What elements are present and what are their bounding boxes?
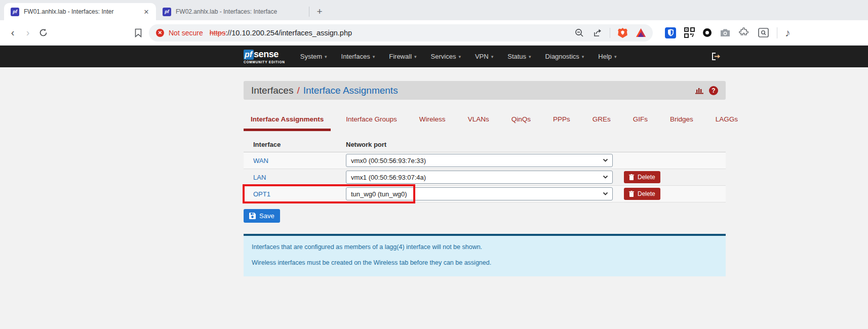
tab-gifs[interactable]: GIFs <box>626 111 655 131</box>
chart-icon[interactable] <box>695 87 704 94</box>
pfsense-logo-badge: pf <box>244 50 254 60</box>
pfsense-menu: System▾ Interfaces▾ Firewall▾ Services▾ … <box>293 53 624 60</box>
menu-help[interactable]: Help▾ <box>591 53 623 60</box>
interface-assignments-table: Interface Network port WAN vmx0 (00:50:5… <box>244 136 726 202</box>
page-body: Interfaces / Interface Assignments ? Int… <box>0 81 868 329</box>
url-rest: ://10.10.200.254/interfaces_assign.php <box>225 29 352 37</box>
tab-vlans[interactable]: VLANs <box>461 111 496 131</box>
pfsense-favicon: pf <box>11 8 19 16</box>
delete-opt1-button[interactable]: Delete <box>624 188 660 200</box>
browser-toolbar: ‹ › ✕ Not secure https://10.10.200.254/i… <box>0 20 868 46</box>
header-network-port: Network port <box>346 141 386 148</box>
forward-icon: › <box>20 25 35 40</box>
delete-lan-button[interactable]: Delete <box>624 171 660 183</box>
tab-bridges[interactable]: Bridges <box>663 111 700 131</box>
pfsense-navbar: pf sense COMMUNITY EDITION System▾ Inter… <box>0 46 868 67</box>
tab-interface-assignments[interactable]: Interface Assignments <box>244 111 331 131</box>
menu-firewall[interactable]: Firewall▾ <box>382 53 423 60</box>
url-text[interactable]: https://10.10.200.254/interfaces_assign.… <box>210 29 352 37</box>
header-interface: Interface <box>244 141 346 148</box>
info-line: Wireless interfaces must be created on t… <box>252 259 718 266</box>
interface-link-wan[interactable]: WAN <box>244 157 346 164</box>
trash-icon <box>629 191 634 197</box>
network-port-select-lan[interactable]: vmx1 (00:50:56:93:07:4a) <box>346 171 613 184</box>
pfsense-logo-subtext: COMMUNITY EDITION <box>244 60 285 64</box>
camera-extension-icon[interactable] <box>719 27 731 38</box>
caret-down-icon: ▾ <box>582 54 584 59</box>
caret-down-icon: ▾ <box>325 54 327 59</box>
tab-gres[interactable]: GREs <box>585 111 618 131</box>
tab-title: FW01.anhlx.lab - Interfaces: Inter <box>24 8 137 15</box>
menu-system[interactable]: System▾ <box>293 53 334 60</box>
url-protocol: https <box>210 29 225 37</box>
browser-tab-strip: pf FW01.anhlx.lab - Interfaces: Inter ✕ … <box>0 0 868 20</box>
caret-down-icon: ▾ <box>373 54 375 59</box>
menu-status[interactable]: Status▾ <box>500 53 538 60</box>
network-port-select-opt1[interactable]: tun_wg0 (tun_wg0) <box>346 187 613 200</box>
toolbar-divider <box>777 27 777 38</box>
table-row-wan: WAN vmx0 (00:50:56:93:7e:33) <box>244 152 726 169</box>
extension-area: ♪ <box>665 27 798 39</box>
tab-interface-groups[interactable]: Interface Groups <box>339 111 404 131</box>
close-icon[interactable]: ✕ <box>142 7 151 16</box>
table-header-row: Interface Network port <box>244 136 726 152</box>
info-line: Interfaces that are configured as member… <box>252 243 718 251</box>
menu-interfaces[interactable]: Interfaces▾ <box>334 53 382 60</box>
caret-down-icon: ▾ <box>529 54 531 59</box>
sidebar-search-icon[interactable] <box>758 27 769 38</box>
tab-title: FW02.anhlx.lab - Interfaces: Interface <box>176 8 303 15</box>
brave-shield-icon[interactable] <box>617 27 628 38</box>
breadcrumb-page[interactable]: Interface Assignments <box>303 85 398 96</box>
tab-divider <box>309 7 309 17</box>
menu-services[interactable]: Services▾ <box>424 53 468 60</box>
network-port-select-wan[interactable]: vmx0 (00:50:56:93:7e:33) <box>346 154 613 167</box>
back-icon[interactable]: ‹ <box>5 25 20 40</box>
interface-link-opt1[interactable]: OPT1 <box>244 190 346 198</box>
bookmark-icon[interactable] <box>131 28 146 37</box>
interface-link-lan[interactable]: LAN <box>244 174 346 181</box>
trash-icon <box>629 174 634 180</box>
caret-down-icon: ▾ <box>458 54 461 59</box>
menu-vpn[interactable]: VPN▾ <box>468 53 500 60</box>
zoom-out-icon[interactable] <box>573 27 585 38</box>
security-status[interactable]: Not secure <box>169 29 203 37</box>
browser-tab-fw01[interactable]: pf FW01.anhlx.lab - Interfaces: Inter ✕ <box>4 3 156 20</box>
save-icon <box>249 213 256 219</box>
brave-rewards-icon[interactable] <box>635 27 647 38</box>
caret-down-icon: ▾ <box>614 54 617 59</box>
tab-ppps[interactable]: PPPs <box>546 111 577 131</box>
save-button[interactable]: Save <box>244 209 280 223</box>
extensions-puzzle-icon[interactable] <box>738 27 750 38</box>
logout-icon[interactable] <box>712 53 721 60</box>
breadcrumb-section[interactable]: Interfaces <box>251 85 293 96</box>
table-row-opt1: OPT1 tun_wg0 (tun_wg0) Delete <box>244 186 726 202</box>
pfsense-favicon: pf <box>163 8 171 16</box>
share-icon[interactable] <box>591 27 603 38</box>
reload-icon[interactable] <box>35 25 51 40</box>
not-secure-icon: ✕ <box>156 29 164 37</box>
pill-divider <box>610 28 610 38</box>
tab-laggs[interactable]: LAGGs <box>708 111 745 131</box>
circle-extension-icon[interactable] <box>703 28 712 37</box>
bitwarden-icon[interactable] <box>665 27 676 38</box>
breadcrumb-separator: / <box>297 85 299 96</box>
qr-extension-icon[interactable] <box>684 27 695 38</box>
tab-wireless[interactable]: Wireless <box>412 111 453 131</box>
table-row-lan: LAN vmx1 (00:50:56:93:07:4a) Delete <box>244 169 726 186</box>
page-tabs: Interface Assignments Interface Groups W… <box>244 111 726 131</box>
caret-down-icon: ▾ <box>491 54 494 59</box>
menu-diagnostics[interactable]: Diagnostics▾ <box>538 53 591 60</box>
info-block: Interfaces that are configured as member… <box>244 234 726 276</box>
pfsense-logo[interactable]: pf sense COMMUNITY EDITION <box>244 50 285 64</box>
breadcrumb: Interfaces / Interface Assignments ? <box>244 81 726 100</box>
help-icon[interactable]: ? <box>709 86 718 95</box>
media-note-icon[interactable]: ♪ <box>785 27 798 39</box>
caret-down-icon: ▾ <box>414 54 417 59</box>
browser-tab-fw02[interactable]: pf FW02.anhlx.lab - Interfaces: Interfac… <box>156 3 308 20</box>
tab-qinqs[interactable]: QinQs <box>504 111 538 131</box>
new-tab-button[interactable]: + <box>312 5 327 19</box>
pfsense-logo-text: sense <box>254 50 279 59</box>
address-bar[interactable]: ✕ Not secure https://10.10.200.254/inter… <box>149 24 653 42</box>
